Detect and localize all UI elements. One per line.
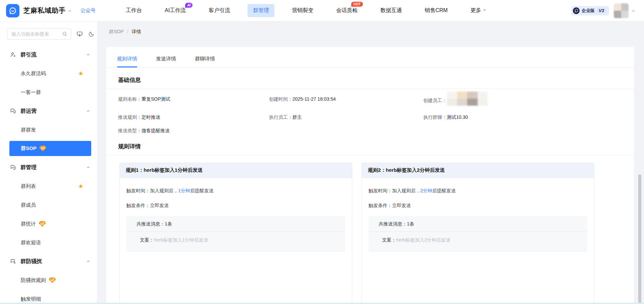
field-push-rule: 推送规则：定时推送 xyxy=(118,114,269,120)
chevron-up-icon xyxy=(86,109,90,113)
sidebar-section-group-operation[interactable]: 群运营 xyxy=(0,102,97,120)
search-box xyxy=(7,28,71,40)
ai-badge: AI xyxy=(185,3,193,8)
sidebar-item-group-welcome[interactable]: 群欢迎语 xyxy=(9,233,91,252)
v2-badge: v2 xyxy=(49,277,56,283)
nav-marketing-fission[interactable]: 营销裂变 xyxy=(292,7,313,14)
sidebar-item-one-customer-one-group[interactable]: 一客一群 xyxy=(9,83,91,102)
nav-data-integration[interactable]: 数据互通 xyxy=(380,7,402,14)
message-copy: 文案：herb标签加入1分钟后发送 xyxy=(126,232,345,252)
official-account-link[interactable]: 公众号 xyxy=(80,7,96,14)
chat-bubbles-icon xyxy=(10,108,16,114)
basic-info-title: 基础信息 xyxy=(118,76,634,84)
field-rule-name: 规则名称：重复SOP测试 xyxy=(118,96,269,102)
sidebar-item-antispam-rules[interactable]: 防骚扰规则 v2 xyxy=(9,271,91,290)
sidebar-section-group-management[interactable]: 群管理 xyxy=(0,158,97,177)
more-chevron-down-icon xyxy=(483,8,486,12)
tab-chat-detail[interactable]: 群聊详情 xyxy=(195,56,215,67)
main-content: 群SOP / 详情 规则详情 发送详情 群聊详情 基础信息 规则名称：重复SOP… xyxy=(98,21,644,304)
breadcrumb-current: 详情 xyxy=(131,29,141,35)
brand-area: 芝麻私域助手 公众号 xyxy=(0,4,96,17)
rule-card-2: 规则2：herb标签加入2分钟后发送 触发时间：加入规则后，2分钟后提醒发送 触… xyxy=(362,163,594,304)
sidebar-item-group-mass-send[interactable]: 群群发 xyxy=(9,120,91,139)
field-exec-staff: 执行员工：群主 xyxy=(269,114,423,120)
moon-theme-icon[interactable] xyxy=(88,31,95,37)
sidebar-item-group-members[interactable]: 群成员 xyxy=(9,196,91,214)
basic-info-row-3: 推送类型：微客提醒推送 xyxy=(106,127,634,134)
trigger-condition-line: 触发条件：立即发送 xyxy=(126,202,345,209)
message-box: 共推送消息：1条 文案：herb标签加入1分钟后发送 xyxy=(126,216,345,252)
trigger-time-line: 触发时间：加入规则后，2分钟后提醒发送 xyxy=(369,187,587,194)
chevron-up-icon xyxy=(86,53,90,57)
panel-collapse-icon[interactable] xyxy=(76,31,83,37)
sidebar-item-group-sop[interactable]: 群SOP v2 xyxy=(9,141,91,156)
sidebar-item-trigger-details[interactable]: 触发明细 xyxy=(9,290,91,304)
avatar[interactable] xyxy=(614,3,629,18)
sidebar-menu: 群引流 永久群活码 一客一群 群运营 群群发 群SOP v2 xyxy=(0,45,97,304)
nav-more[interactable]: 更多 xyxy=(471,7,486,14)
sidebar-section-group-acquisition[interactable]: 群引流 xyxy=(0,45,97,64)
nav-chat-inspection[interactable]: 会话质检HOT xyxy=(336,7,358,14)
sidebar-item-group-list[interactable]: 群列表 xyxy=(9,177,91,196)
field-exec-chat: 执行群聊：测试10.30 xyxy=(423,114,634,120)
message-copy: 文案：herb标签加入2分钟后发送 xyxy=(369,232,587,252)
breadcrumb-parent[interactable]: 群SOP xyxy=(109,29,124,35)
detail-card: 规则详情 发送详情 群聊详情 基础信息 规则名称：重复SOP测试 创建时间：20… xyxy=(106,47,634,304)
v2-badge: v2 xyxy=(39,146,47,151)
sidebar-search-row xyxy=(7,28,92,40)
divider xyxy=(106,89,634,89)
chat-bubbles-icon xyxy=(10,164,16,170)
rule-cards: 规则1：herb标签加入1分钟后发送 触发时间：加入规则后，1分钟后提醒发送 触… xyxy=(106,163,634,304)
rule-card-2-header: 规则2：herb标签加入2分钟后发送 xyxy=(362,163,594,178)
trigger-delay-value: 2分钟 xyxy=(420,188,432,193)
redacted-creator-name xyxy=(447,92,488,106)
topbar: 芝麻私域助手 公众号 工作台 AI工作流AI 客户引流 群管理 营销裂变 会话质… xyxy=(0,0,644,21)
edition-badge[interactable]: 企业版 V3 xyxy=(571,6,609,15)
tab-send-detail[interactable]: 发送详情 xyxy=(156,56,176,67)
basic-info-row-1: 规则名称：重复SOP测试 创建时间：2025-11-27 18:03:54 创建… xyxy=(106,96,634,106)
search-input[interactable] xyxy=(11,31,62,37)
trigger-condition-line: 触发条件：立即发送 xyxy=(369,202,587,209)
star-icon xyxy=(78,70,84,77)
rule-card-1: 规则1：herb标签加入1分钟后发送 触发时间：加入规则后，1分钟后提醒发送 触… xyxy=(119,163,352,304)
trigger-time-line: 触发时间：加入规则后，1分钟后提醒发送 xyxy=(126,187,345,194)
rule-card-1-header: 规则1：herb标签加入1分钟后发送 xyxy=(120,163,352,178)
search-icon[interactable] xyxy=(62,31,67,37)
sidebar-item-group-stats[interactable]: 群统计 v2 xyxy=(9,214,91,233)
user-chevron-down-icon[interactable] xyxy=(631,9,635,13)
chevron-up-icon xyxy=(86,165,90,169)
edition-label: 企业版 xyxy=(582,8,595,14)
v2-badge: v2 xyxy=(39,221,46,227)
tab-rule-detail[interactable]: 规则详情 xyxy=(117,56,137,67)
message-box: 共推送消息：1条 文案：herb标签加入2分钟后发送 xyxy=(369,216,587,252)
topbar-right: 企业版 V3 xyxy=(571,3,644,18)
edition-version: V3 xyxy=(597,8,606,13)
rules-section-title: 规则详情 xyxy=(118,143,634,150)
hot-badge: HOT xyxy=(351,2,363,7)
trigger-delay-value: 1分钟 xyxy=(178,188,190,193)
main-nav: 工作台 AI工作流AI 客户引流 群管理 营销裂变 会话质检HOT 数据互通 销… xyxy=(114,4,498,17)
sidebar-section-group-antispam[interactable]: 群防骚扰 xyxy=(0,252,97,271)
message-count: 共推送消息：1条 xyxy=(369,216,587,232)
star-icon xyxy=(78,183,84,189)
divider xyxy=(106,155,634,155)
brand-chevron-down-icon[interactable] xyxy=(68,9,72,13)
breadcrumb: 群SOP / 详情 xyxy=(98,21,644,35)
nav-workbench[interactable]: 工作台 xyxy=(126,7,142,14)
vertical-scrollbar-thumb[interactable] xyxy=(638,174,641,304)
app-title: 芝麻私域助手 xyxy=(23,6,66,15)
nav-group-management[interactable]: 群管理 xyxy=(248,4,274,17)
person-plus-icon xyxy=(10,52,16,58)
nav-ai-workflow[interactable]: AI工作流AI xyxy=(165,7,186,14)
detail-tabs: 规则详情 发送详情 群聊详情 xyxy=(106,47,634,67)
nav-customer-acquisition[interactable]: 客户引流 xyxy=(209,7,230,14)
field-create-time: 创建时间：2025-11-27 18:03:54 xyxy=(269,96,423,102)
rule-card-1-body: 触发时间：加入规则后，1分钟后提醒发送 触发条件：立即发送 共推送消息：1条 文… xyxy=(120,178,352,252)
app-logo-icon[interactable] xyxy=(6,4,19,17)
sidebar-item-permanent-group-qr[interactable]: 永久群活码 xyxy=(9,64,91,83)
message-count: 共推送消息：1条 xyxy=(126,216,345,232)
edition-logo-icon xyxy=(573,7,580,14)
field-push-type: 推送类型：微客提醒推送 xyxy=(118,127,269,134)
sidebar: 群引流 永久群活码 一客一群 群运营 群群发 群SOP v2 xyxy=(0,21,97,304)
nav-sales-crm[interactable]: 销售CRM xyxy=(425,7,447,14)
